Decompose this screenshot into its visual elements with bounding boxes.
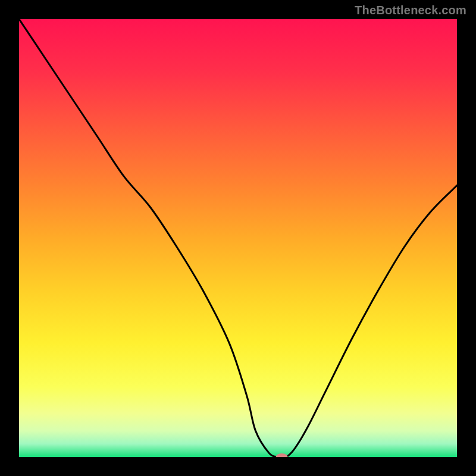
plot-area [19, 19, 457, 457]
chart-frame: TheBottleneck.com [0, 0, 476, 476]
chart-svg [19, 19, 457, 457]
gradient-background [19, 19, 457, 457]
watermark-text: TheBottleneck.com [355, 4, 466, 17]
